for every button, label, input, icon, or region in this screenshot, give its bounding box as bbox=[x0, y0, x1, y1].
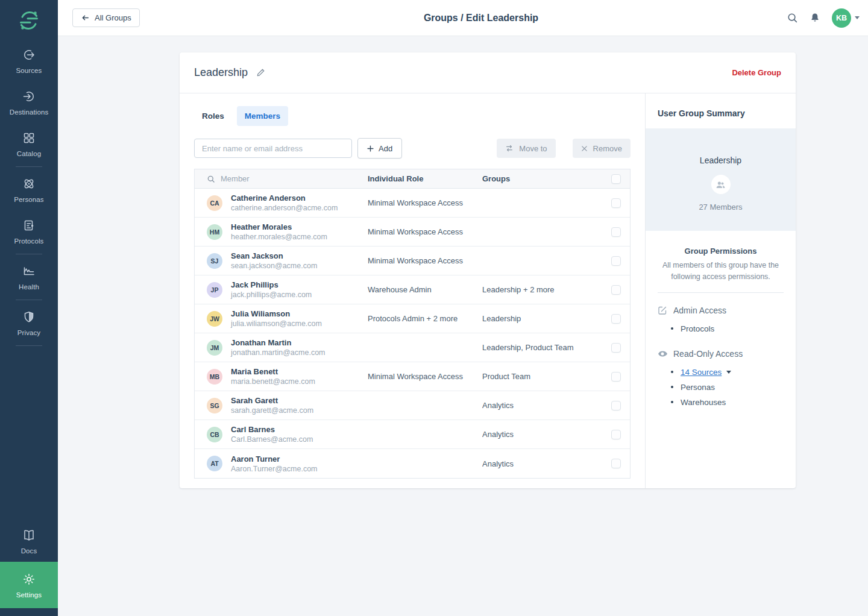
group-tabs: RolesMembers bbox=[194, 106, 631, 126]
member-name: Julia Wiliamson bbox=[231, 309, 322, 319]
notifications-bell-icon[interactable] bbox=[810, 12, 820, 24]
content-area: Leadership Delete Group RolesMembers Add bbox=[58, 36, 868, 616]
permission-item-label: Protocols bbox=[681, 324, 714, 333]
members-toolbar: Add Move to Remove bbox=[194, 138, 631, 159]
member-email: catherine.anderson@acme.com bbox=[231, 203, 338, 213]
sidebar-divider bbox=[16, 254, 42, 254]
back-button-label: All Groups bbox=[95, 13, 131, 22]
user-group-summary-panel: User Group Summary Leadership 27 Members… bbox=[645, 93, 796, 488]
row-checkbox[interactable] bbox=[611, 314, 621, 324]
table-row: MB Maria Benett maria.benett@acme.com Mi… bbox=[195, 362, 630, 391]
group-permissions: Group Permissions All members of this gr… bbox=[646, 231, 796, 410]
move-to-button[interactable]: Move to bbox=[497, 139, 555, 158]
row-checkbox[interactable] bbox=[611, 198, 621, 208]
move-to-label: Move to bbox=[519, 144, 547, 153]
sidebar-item-label: Settings bbox=[16, 591, 42, 599]
member-groups: Leadership, Product Team bbox=[482, 343, 602, 352]
sources-count-link[interactable]: 14 Sources bbox=[681, 368, 722, 377]
row-checkbox[interactable] bbox=[611, 459, 621, 468]
member-column-search[interactable]: Member bbox=[195, 174, 368, 183]
sidebar-item-label: Docs bbox=[21, 547, 37, 555]
sidebar-item-personas[interactable]: Personas bbox=[0, 169, 58, 210]
sidebar-item-label: Personas bbox=[14, 196, 43, 203]
sidebar-item-health[interactable]: Health bbox=[0, 256, 58, 298]
sidebar-item-sources[interactable]: Sources bbox=[0, 40, 58, 81]
topbar: All Groups Groups / Edit Leadership KB bbox=[58, 0, 868, 36]
member-name: Sean Jackson bbox=[231, 251, 317, 261]
member-email: maria.benett@acme.com bbox=[231, 377, 315, 386]
row-checkbox[interactable] bbox=[611, 285, 621, 295]
table-row: CA Catherine Anderson catherine.anderson… bbox=[195, 189, 630, 218]
members-table-body: CA Catherine Anderson catherine.anderson… bbox=[195, 189, 630, 478]
chevron-down-icon[interactable] bbox=[726, 371, 731, 374]
permissions-title: Group Permissions bbox=[658, 247, 784, 256]
permission-section-read-only-access: Read-Only Access14 SourcesPersonasWareho… bbox=[658, 349, 784, 410]
member-groups: Analytics bbox=[482, 459, 602, 468]
x-icon bbox=[581, 145, 588, 152]
member-avatar: JP bbox=[207, 282, 222, 298]
table-row: JW Julia Wiliamson julia.wiliamson@acme.… bbox=[195, 304, 630, 333]
row-checkbox[interactable] bbox=[611, 401, 621, 410]
summary-group-name: Leadership bbox=[652, 156, 790, 165]
sidebar-item-catalog[interactable]: Catalog bbox=[0, 123, 58, 165]
member-avatar: CB bbox=[207, 427, 222, 442]
tab-roles[interactable]: Roles bbox=[194, 106, 232, 126]
sidebar-item-label: Privacy bbox=[17, 329, 40, 336]
group-card: Leadership Delete Group RolesMembers Add bbox=[180, 52, 796, 488]
row-checkbox[interactable] bbox=[611, 256, 621, 266]
permissions-description: All members of this group have the follo… bbox=[658, 260, 784, 283]
all-groups-back-button[interactable]: All Groups bbox=[72, 8, 140, 27]
row-checkbox[interactable] bbox=[611, 343, 621, 353]
member-name: Aaron Turner bbox=[231, 454, 318, 464]
member-email: julia.wiliamson@acme.com bbox=[231, 319, 322, 328]
member-search-input[interactable] bbox=[194, 139, 352, 158]
remove-button[interactable]: Remove bbox=[573, 139, 631, 158]
search-icon[interactable] bbox=[787, 12, 798, 24]
row-checkbox[interactable] bbox=[611, 372, 621, 382]
member-name: Heather Morales bbox=[231, 222, 327, 232]
member-column-placeholder: Member bbox=[221, 174, 250, 183]
groups-column-header: Groups bbox=[482, 174, 602, 183]
edit-group-name-pencil-icon[interactable] bbox=[256, 68, 265, 77]
member-individual-role: Minimal Workspace Access bbox=[368, 227, 482, 236]
user-avatar[interactable]: KB bbox=[832, 8, 851, 28]
remove-label: Remove bbox=[593, 144, 622, 153]
sidebar-item-label: Health bbox=[19, 283, 39, 291]
segment-logo-icon bbox=[17, 8, 41, 35]
member-email: Aaron.Turner@acme.com bbox=[231, 464, 318, 474]
add-member-button[interactable]: Add bbox=[357, 138, 402, 159]
row-checkbox[interactable] bbox=[611, 227, 621, 237]
member-name: Jonathan Martin bbox=[231, 338, 326, 348]
members-table: Member Individual Role Groups CA Catheri… bbox=[194, 169, 631, 479]
tab-members[interactable]: Members bbox=[237, 106, 288, 126]
member-individual-role: Minimal Workspace Access bbox=[368, 256, 482, 265]
sidebar-item-protocols[interactable]: Protocols bbox=[0, 210, 58, 252]
select-all-checkbox[interactable] bbox=[611, 174, 621, 184]
docs-icon bbox=[22, 528, 36, 542]
sidebar-item-settings[interactable]: Settings bbox=[0, 562, 58, 608]
sidebar-item-destinations[interactable]: Destinations bbox=[0, 81, 58, 123]
member-avatar: CA bbox=[207, 195, 222, 211]
row-checkbox[interactable] bbox=[611, 430, 621, 439]
add-button-label: Add bbox=[379, 144, 392, 153]
member-name: Carl Barnes bbox=[231, 424, 313, 435]
members-table-header: Member Individual Role Groups bbox=[195, 169, 630, 189]
delete-group-button[interactable]: Delete Group bbox=[732, 68, 781, 77]
member-groups: Product Team bbox=[482, 372, 602, 381]
table-row: SG Sarah Garett sarah.garett@acme.com An… bbox=[195, 391, 630, 420]
search-icon bbox=[207, 175, 215, 183]
member-email: Carl.Barnes@acme.com bbox=[231, 435, 313, 444]
sidebar-nav: Sources Destinations Catalog Personas Pr… bbox=[0, 40, 58, 608]
member-email: heather.morales@acme.com bbox=[231, 232, 327, 242]
member-name: Maria Benett bbox=[231, 366, 315, 377]
permission-item-label: Warehouses bbox=[681, 398, 726, 407]
sidebar-item-privacy[interactable]: Privacy bbox=[0, 302, 58, 344]
member-avatar: HM bbox=[207, 224, 222, 240]
member-individual-role: Minimal Workspace Access bbox=[368, 198, 482, 207]
summary-highlight: Leadership 27 Members bbox=[646, 128, 796, 231]
permission-item-label: Personas bbox=[681, 383, 715, 392]
sidebar-item-docs[interactable]: Docs bbox=[0, 520, 58, 562]
members-panel: RolesMembers Add Move to bbox=[180, 93, 645, 488]
table-row: AT Aaron Turner Aaron.Turner@acme.com An… bbox=[195, 449, 630, 478]
user-menu[interactable]: KB bbox=[832, 8, 860, 28]
